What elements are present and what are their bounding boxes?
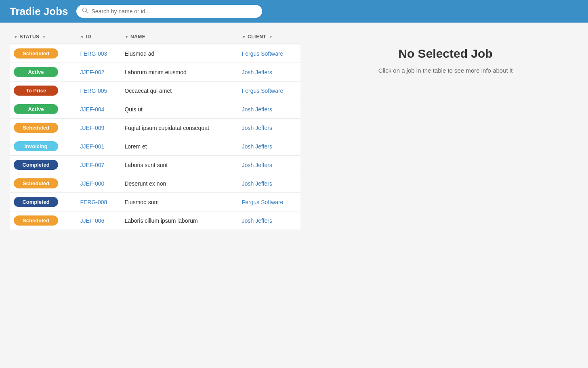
filter-icon-client: ▼ bbox=[269, 35, 273, 39]
cell-id: JJEF-004 bbox=[76, 100, 120, 119]
cell-client: Josh Jeffers bbox=[238, 100, 300, 119]
cell-status: To Price bbox=[10, 82, 76, 100]
cell-id: FERG-003 bbox=[76, 44, 120, 63]
cell-status: Active bbox=[10, 63, 76, 82]
cell-status: Active bbox=[10, 100, 76, 119]
table-row[interactable]: ActiveJJEF-004Quis utJosh Jeffers bbox=[10, 100, 300, 119]
app-header: Tradie Jobs bbox=[0, 0, 588, 23]
sort-icon-id: ▼ bbox=[80, 35, 84, 39]
cell-client: Fergus Software bbox=[238, 193, 300, 211]
cell-client: Josh Jeffers bbox=[238, 119, 300, 137]
col-name[interactable]: ▼ NAME bbox=[120, 31, 237, 44]
table-row[interactable]: CompletedFERG-008Eiusmod suntFergus Soft… bbox=[10, 193, 300, 211]
cell-client: Josh Jeffers bbox=[238, 156, 300, 174]
jobs-table-section: ▼ STATUS ▼ ▼ ID ▼ NA bbox=[10, 31, 300, 230]
cell-name: Lorem et bbox=[120, 137, 237, 156]
cell-name: Occaecat qui amet bbox=[120, 82, 237, 100]
search-bar bbox=[76, 5, 262, 18]
cell-id: JJEF-007 bbox=[76, 156, 120, 174]
jobs-table: ▼ STATUS ▼ ▼ ID ▼ NA bbox=[10, 31, 300, 230]
detail-empty-subtitle: Click on a job in the table to see more … bbox=[321, 66, 570, 75]
status-badge: Active bbox=[14, 67, 58, 77]
status-badge: Scheduled bbox=[14, 48, 58, 59]
col-client-label: CLIENT bbox=[248, 34, 266, 40]
filter-icon-status: ▼ bbox=[42, 35, 46, 39]
search-icon bbox=[82, 7, 88, 15]
col-id-label: ID bbox=[86, 34, 91, 40]
cell-client: Josh Jeffers bbox=[238, 63, 300, 82]
status-badge: Completed bbox=[14, 197, 58, 207]
table-row[interactable]: ScheduledFERG-003Eiusmod adFergus Softwa… bbox=[10, 44, 300, 63]
status-badge: Scheduled bbox=[14, 215, 58, 226]
status-badge: To Price bbox=[14, 86, 58, 96]
sort-icon-client: ▼ bbox=[242, 35, 246, 39]
col-client[interactable]: ▼ CLIENT ▼ bbox=[238, 31, 300, 44]
cell-id: JJEF-002 bbox=[76, 63, 120, 82]
svg-line-1 bbox=[86, 12, 88, 13]
cell-client: Josh Jeffers bbox=[238, 211, 300, 230]
cell-id: JJEF-000 bbox=[76, 174, 120, 193]
table-row[interactable]: InvoicingJJEF-001Lorem etJosh Jeffers bbox=[10, 137, 300, 156]
cell-name: Eiusmod sunt bbox=[120, 193, 237, 211]
table-row[interactable]: To PriceFERG-005Occaecat qui ametFergus … bbox=[10, 82, 300, 100]
cell-id: FERG-005 bbox=[76, 82, 120, 100]
status-badge: Completed bbox=[14, 160, 58, 170]
cell-status: Scheduled bbox=[10, 174, 76, 193]
status-badge: Scheduled bbox=[14, 123, 58, 133]
col-status-label: STATUS bbox=[19, 34, 39, 40]
col-status[interactable]: ▼ STATUS ▼ bbox=[10, 31, 76, 44]
cell-id: JJEF-009 bbox=[76, 119, 120, 137]
job-detail-panel: No Selected Job Click on a job in the ta… bbox=[313, 31, 578, 84]
cell-status: Completed bbox=[10, 156, 76, 174]
table-row[interactable]: CompletedJJEF-007Laboris sunt suntJosh J… bbox=[10, 156, 300, 174]
cell-status: Scheduled bbox=[10, 119, 76, 137]
status-badge: Active bbox=[14, 104, 58, 114]
cell-client: Fergus Software bbox=[238, 44, 300, 63]
cell-name: Fugiat ipsum cupidatat consequat bbox=[120, 119, 237, 137]
status-badge: Scheduled bbox=[14, 178, 58, 188]
table-row[interactable]: ScheduledJJEF-000Deserunt ex nonJosh Jef… bbox=[10, 174, 300, 193]
cell-id: JJEF-001 bbox=[76, 137, 120, 156]
cell-status: Completed bbox=[10, 193, 76, 211]
table-row[interactable]: ActiveJJEF-002Laborum minim eiusmodJosh … bbox=[10, 63, 300, 82]
table-row[interactable]: ScheduledJJEF-009Fugiat ipsum cupidatat … bbox=[10, 119, 300, 137]
table-header-row: ▼ STATUS ▼ ▼ ID ▼ NA bbox=[10, 31, 300, 44]
cell-status: Scheduled bbox=[10, 211, 76, 230]
main-content: ▼ STATUS ▼ ▼ ID ▼ NA bbox=[0, 23, 588, 238]
cell-name: Quis ut bbox=[120, 100, 237, 119]
sort-icon-name: ▼ bbox=[124, 35, 128, 39]
col-id[interactable]: ▼ ID bbox=[76, 31, 120, 44]
table-row[interactable]: ScheduledJJEF-006Laboris cillum ipsum la… bbox=[10, 211, 300, 230]
cell-name: Laboris cillum ipsum laborum bbox=[120, 211, 237, 230]
cell-status: Scheduled bbox=[10, 44, 76, 63]
cell-client: Fergus Software bbox=[238, 82, 300, 100]
search-input[interactable] bbox=[92, 8, 256, 15]
detail-empty-title: No Selected Job bbox=[321, 47, 570, 61]
status-badge: Invoicing bbox=[14, 141, 58, 151]
col-name-label: NAME bbox=[130, 34, 145, 40]
cell-id: JJEF-006 bbox=[76, 211, 120, 230]
cell-id: FERG-008 bbox=[76, 193, 120, 211]
cell-name: Laboris sunt sunt bbox=[120, 156, 237, 174]
cell-name: Laborum minim eiusmod bbox=[120, 63, 237, 82]
app-title: Tradie Jobs bbox=[10, 5, 68, 18]
cell-status: Invoicing bbox=[10, 137, 76, 156]
cell-name: Deserunt ex non bbox=[120, 174, 237, 193]
sort-icon-status: ▼ bbox=[14, 35, 18, 39]
cell-name: Eiusmod ad bbox=[120, 44, 237, 63]
cell-client: Josh Jeffers bbox=[238, 174, 300, 193]
cell-client: Josh Jeffers bbox=[238, 137, 300, 156]
